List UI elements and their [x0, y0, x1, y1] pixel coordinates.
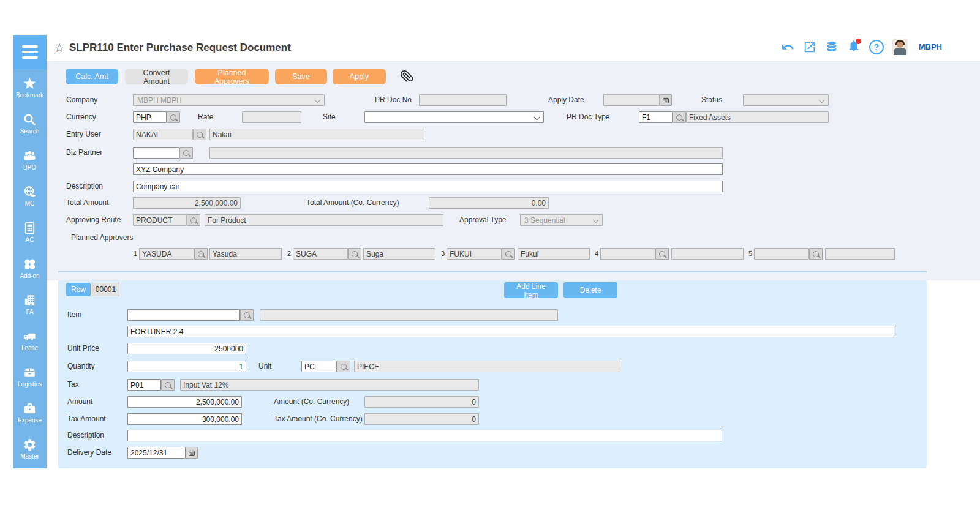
planned-approvers-button[interactable]: Planned Approvers — [195, 69, 269, 84]
notifications-button[interactable] — [847, 39, 861, 55]
approver-5-lookup-button — [809, 248, 823, 260]
magnifier-icon — [165, 382, 171, 388]
line-description-input[interactable] — [127, 430, 722, 441]
star-icon — [23, 77, 37, 91]
add-line-item-button[interactable]: Add Line Item — [504, 282, 558, 298]
approver-5-code-field — [754, 248, 809, 260]
approver-2-name-field — [363, 248, 435, 260]
gear-icon — [23, 438, 37, 452]
site-select[interactable] — [364, 111, 544, 123]
calc-amt-button[interactable]: Calc. Amt — [66, 69, 118, 84]
open-in-new-icon[interactable] — [803, 40, 816, 54]
sidebar-item-label: AC — [26, 236, 34, 243]
item-lookup-button[interactable] — [240, 309, 254, 321]
amount-cc-label: Amount (Co. Currency) — [274, 396, 349, 408]
attachment-button[interactable] — [398, 70, 415, 86]
item-code-input[interactable] — [127, 309, 240, 321]
item-description-input[interactable] — [127, 326, 894, 337]
box-icon — [23, 365, 37, 380]
delete-line-item-button[interactable]: Delete — [564, 282, 617, 298]
quantity-input[interactable] — [127, 361, 246, 372]
currency-lookup-button[interactable] — [167, 111, 180, 123]
biz-partner-label: Biz Partner — [66, 147, 102, 159]
tax-label: Tax — [67, 379, 79, 391]
rate-field — [242, 111, 301, 123]
page-title: SLPR110 Enter Purchase Request Document — [69, 42, 291, 54]
notification-badge — [856, 39, 861, 44]
unit-lookup-button[interactable] — [337, 361, 350, 372]
approver-2-lookup-button — [348, 248, 361, 260]
tax-amount-input[interactable] — [127, 413, 242, 425]
magnifier-icon — [183, 150, 189, 156]
sidebar-item-master[interactable]: Master — [13, 430, 47, 466]
biz-partner-free-text-input[interactable] — [133, 163, 723, 175]
unit-code-input[interactable] — [301, 361, 337, 372]
currency-label: Currency — [66, 111, 96, 123]
avatar[interactable] — [892, 39, 908, 55]
entry-user-lookup-button — [193, 129, 206, 140]
header-bar: ☆ SLPR110 Enter Purchase Request Documen… — [47, 35, 980, 62]
unit-price-input[interactable] — [127, 343, 246, 354]
quantity-label: Quantity — [67, 361, 95, 372]
amount-input[interactable] — [127, 396, 242, 408]
save-button[interactable]: Save — [275, 69, 327, 84]
delivery-date-input[interactable] — [127, 447, 186, 459]
database-icon[interactable] — [825, 40, 839, 54]
apply-date-field — [603, 94, 660, 106]
sidebar-item-expense[interactable]: Expense — [13, 394, 47, 430]
tax-name-field — [180, 379, 479, 391]
menu-button[interactable] — [13, 35, 47, 69]
approver-4-name-field — [671, 248, 744, 260]
currency-input[interactable] — [133, 111, 167, 123]
tax-code-input[interactable] — [127, 379, 161, 391]
convert-amount-button[interactable]: Convert Amount — [125, 69, 188, 84]
favorite-star-icon[interactable]: ☆ — [54, 40, 65, 55]
sidebar-item-bookmark[interactable]: Bookmark — [13, 69, 47, 105]
description-input[interactable] — [133, 181, 723, 192]
approver-4-number: 4 — [595, 248, 598, 260]
sidebar-item-mc[interactable]: MC — [13, 178, 47, 214]
approver-2-code-field — [293, 248, 348, 260]
sidebar-item-lease[interactable]: Lease — [13, 322, 47, 358]
row-number: 00001 — [92, 283, 119, 296]
tax-lookup-button[interactable] — [161, 379, 175, 391]
sidebar-item-search[interactable]: Search — [13, 105, 47, 141]
pr-doc-type-input[interactable] — [639, 111, 673, 123]
approver-5-name-field — [825, 248, 895, 260]
tax-amount-cc-label: Tax Amount (Co. Currency) — [274, 413, 363, 425]
sidebar-item-label: Master — [20, 453, 39, 460]
magnifier-icon — [198, 251, 204, 257]
status-select — [743, 94, 829, 106]
magnifier-icon — [676, 114, 682, 121]
section-divider — [58, 271, 927, 272]
sidebar-item-label: BPO — [23, 164, 36, 171]
biz-partner-lookup-button[interactable] — [179, 147, 193, 159]
amount-cc-field — [364, 396, 479, 408]
approving-route-lookup-button[interactable] — [187, 214, 200, 226]
total-amount-cc-label: Total Amount (Co. Currency) — [306, 197, 399, 209]
approver-3-name-field — [518, 248, 590, 260]
sidebar-item-addon[interactable]: Add-on — [13, 250, 47, 286]
app-window: Bookmark Search BPO MC AC Add-on — [0, 0, 980, 513]
org-code: MBPH — [919, 42, 942, 51]
biz-partner-code-input[interactable] — [133, 147, 179, 159]
sidebar-item-fa[interactable]: FA — [13, 286, 47, 322]
undo-icon[interactable] — [781, 40, 794, 54]
sidebar-item-logistics[interactable]: Logistics — [13, 358, 47, 394]
pr-doc-type-lookup-button[interactable] — [673, 111, 686, 123]
pr-doc-type-name-field — [686, 111, 829, 123]
sidebar-item-bpo[interactable]: BPO — [13, 141, 47, 178]
building-icon — [23, 293, 37, 307]
delivery-date-calendar-button[interactable] — [186, 447, 198, 459]
sidebar-item-label: Expense — [18, 417, 42, 424]
description-label: Description — [66, 181, 103, 192]
approval-type-select: 3 Sequential — [520, 214, 603, 226]
pr-doc-type-label: PR Doc Type — [567, 111, 609, 123]
help-icon[interactable]: ? — [869, 40, 884, 54]
sidebar-item-ac[interactable]: AC — [13, 214, 47, 250]
approving-route-label: Approving Route — [66, 214, 121, 226]
apply-button[interactable]: Apply — [333, 69, 386, 84]
magnifier-icon — [813, 251, 819, 257]
approving-route-code-field — [133, 214, 187, 226]
magnifier-icon — [197, 132, 203, 138]
